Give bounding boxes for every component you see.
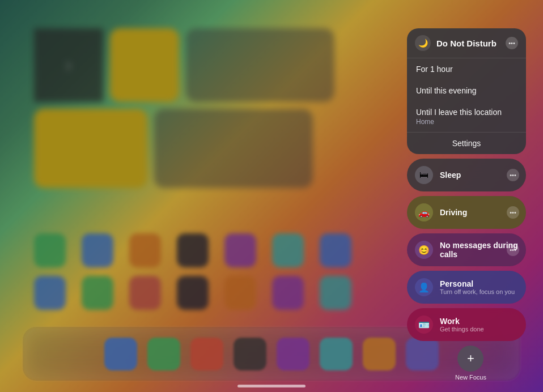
moon-icon: 🌙 <box>415 35 431 51</box>
dnd-for-1-hour[interactable]: For 1 hour <box>407 58 526 80</box>
sleep-icon: 🛏 <box>415 166 433 184</box>
new-focus-button[interactable]: + New Focus <box>455 346 486 381</box>
new-focus-plus-icon: + <box>457 346 483 372</box>
no-messages-icon: 😊 <box>415 241 433 259</box>
sleep-focus-button[interactable]: 🛏 Sleep ••• <box>407 159 526 191</box>
driving-more-button[interactable]: ••• <box>507 206 519 219</box>
personal-focus-button[interactable]: 👤 Personal Turn off work, focus on you <box>407 271 526 304</box>
driving-icon: 🚗 <box>415 203 433 221</box>
dnd-title: Do Not Disturb <box>436 39 500 48</box>
work-label: Work Get things done <box>440 317 518 333</box>
dnd-option3-sub: Home <box>416 118 517 126</box>
dnd-header[interactable]: 🌙 Do Not Disturb ••• <box>407 28 526 58</box>
no-messages-more-button[interactable]: ••• <box>507 244 519 256</box>
personal-label: Personal Turn off work, focus on you <box>440 279 518 295</box>
personal-icon: 👤 <box>415 278 433 296</box>
dnd-option3-main: Until I leave this location <box>416 108 517 117</box>
dnd-container: 🌙 Do Not Disturb ••• For 1 hour Until th… <box>407 28 526 154</box>
driving-focus-button[interactable]: 🚗 Driving ••• <box>407 196 526 229</box>
widgets-area: › <box>34 28 334 210</box>
dnd-more-button[interactable]: ••• <box>506 37 518 49</box>
work-sublabel: Get things done <box>440 326 518 333</box>
app-icons-row2 <box>34 233 351 267</box>
new-focus-label: New Focus <box>455 374 486 381</box>
dnd-submenu: For 1 hour Until this evening Until I le… <box>407 58 526 132</box>
focus-panel: 🌙 Do Not Disturb ••• For 1 hour Until th… <box>407 28 526 341</box>
no-messages-focus-button[interactable]: 😊 No messages during calls ••• <box>407 233 526 266</box>
dnd-settings-button[interactable]: Settings <box>407 132 526 154</box>
dnd-until-evening[interactable]: Until this evening <box>407 80 526 101</box>
work-icon: 🪪 <box>415 316 433 334</box>
personal-sublabel: Turn off work, focus on you <box>440 288 518 295</box>
dnd-until-leave-location[interactable]: Until I leave this location Home <box>407 101 526 132</box>
work-focus-button[interactable]: 🪪 Work Get things done <box>407 308 526 341</box>
home-indicator <box>237 385 306 387</box>
app-icons-row <box>34 276 351 310</box>
sleep-more-button[interactable]: ••• <box>507 169 519 181</box>
